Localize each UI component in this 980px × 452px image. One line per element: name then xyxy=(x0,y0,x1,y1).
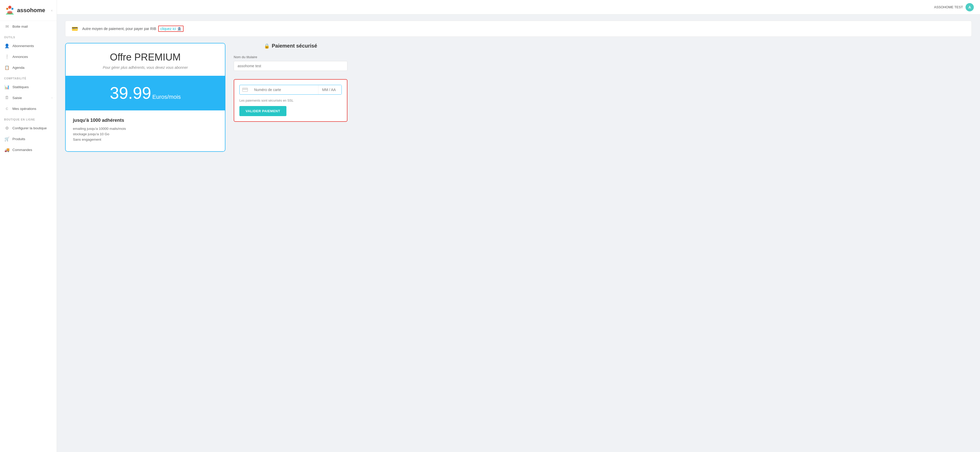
offer-card: Offre PREMIUM Pour gérer plus adhérents,… xyxy=(65,43,226,152)
rib-banner: 💳 Autre moyen de paiement, pour payer pa… xyxy=(65,21,972,37)
header-username: ASSOHOME TEST xyxy=(934,5,963,9)
card-number-input[interactable] xyxy=(250,85,318,94)
sidebar-item-label: Commandes xyxy=(13,148,52,152)
sidebar-item-label: Statitiques xyxy=(13,85,52,89)
offer-features: jusqu'à 1000 adhérents emailing jusqu'a … xyxy=(66,110,225,151)
offer-header: Offre PREMIUM Pour gérer plus adhérents,… xyxy=(66,43,225,76)
offer-feature-stockage: stockage jusqu'a 10 Go xyxy=(73,132,218,136)
svg-point-2 xyxy=(11,8,13,10)
sidebar-section-boutique: BOUTIQUE EN LIGNE xyxy=(0,114,57,123)
card-icon: 💳 xyxy=(72,25,78,32)
logo-collapse-arrow[interactable]: ‹ xyxy=(51,8,52,13)
holder-name-label: Nom du titulaire xyxy=(234,55,347,59)
offer-price: 39.99 xyxy=(110,84,151,102)
sidebar-item-saisie[interactable]: 🗓 Saisie › xyxy=(0,92,57,103)
sidebar-item-label: Saisie xyxy=(13,96,51,100)
chevron-right-icon: › xyxy=(51,96,52,100)
holder-name-field-group: Nom du titulaire xyxy=(234,55,347,75)
offer-feature-title: jusqu'à 1000 adhérents xyxy=(73,118,218,123)
sidebar-item-boite-mail[interactable]: ✉ Boite mail xyxy=(0,21,57,32)
sidebar-item-label: Agenda xyxy=(13,66,52,70)
sidebar-item-label: Annonces xyxy=(13,55,52,59)
rib-link-box: cliquez ici 🏦 xyxy=(158,25,183,32)
svg-point-1 xyxy=(6,8,8,10)
sidebar-item-mes-operations[interactable]: C Mes opérations xyxy=(0,103,57,114)
card-expiry-input[interactable] xyxy=(318,85,342,94)
payment-title: 🔒 Paiement sécurisé xyxy=(234,43,347,49)
rib-link[interactable]: cliquez ici xyxy=(160,27,176,31)
header-user: ASSOHOME TEST A xyxy=(934,3,974,11)
offer-feature-engagement: Sans engagement xyxy=(73,138,218,142)
sidebar-item-label: Abonnements xyxy=(13,44,52,48)
offer-title: Offre PREMIUM xyxy=(72,52,219,63)
sidebar-item-configurer-boutique[interactable]: ⚙ Configurer la boutique xyxy=(0,123,57,134)
truck-icon: 🚚 xyxy=(4,147,10,153)
mail-icon: ✉ xyxy=(4,24,10,29)
sidebar-item-label: Configurer la boutique xyxy=(13,126,52,130)
sidebar-section-comptabilite: COMPTABILITÉ xyxy=(0,73,57,81)
cart-icon: 🛒 xyxy=(4,136,10,142)
sidebar-section-outils: OUTILS xyxy=(0,32,57,40)
operations-icon: C xyxy=(4,106,10,111)
sidebar-item-statistiques[interactable]: 📊 Statitiques xyxy=(0,81,57,92)
svg-point-3 xyxy=(7,11,13,14)
svg-point-0 xyxy=(8,6,11,9)
ssl-note: Les paiements sont sécurisés en SSL xyxy=(239,99,342,102)
avatar[interactable]: A xyxy=(966,3,974,11)
lock-icon: 🔒 xyxy=(264,43,270,49)
validate-payment-button[interactable]: VALIDER PAIEMENT xyxy=(239,106,286,116)
sidebar-item-abonnements[interactable]: 👤 Abonnements xyxy=(0,40,57,51)
payment-form: Les paiements sont sécurisés en SSL VALI… xyxy=(234,79,347,122)
chart-icon: 📊 xyxy=(4,84,10,90)
main-area: ASSOHOME TEST A 💳 Autre moyen de paiemen… xyxy=(57,0,980,452)
sidebar-item-produits[interactable]: 🛒 Produits xyxy=(0,134,57,144)
sidebar-item-label: Mes opérations xyxy=(13,107,52,111)
card-number-row xyxy=(239,85,342,95)
sidebar-item-label: Produits xyxy=(13,137,52,141)
sidebar-item-agenda[interactable]: 📋 Agenda xyxy=(0,62,57,73)
agenda-icon: 📋 xyxy=(4,65,10,70)
offer-period: Euros/mois xyxy=(152,94,181,100)
sidebar-item-label: Boite mail xyxy=(13,25,52,29)
card-input-icon xyxy=(240,85,250,94)
svg-rect-4 xyxy=(242,88,248,92)
sidebar: assohome ‹ ✉ Boite mail OUTILS 👤 Abonnem… xyxy=(0,0,57,452)
rib-text: Autre moyen de paiement, pour payer par … xyxy=(82,25,183,32)
holder-name-input[interactable] xyxy=(234,61,347,71)
svg-rect-5 xyxy=(242,89,248,89)
bank-icon: 🏦 xyxy=(177,27,181,31)
main-row: Offre PREMIUM Pour gérer plus adhérents,… xyxy=(65,43,972,152)
offer-subtitle: Pour gérer plus adhérents, vous devez vo… xyxy=(72,65,219,70)
sidebar-item-annonces[interactable]: ❕ Annonces xyxy=(0,51,57,62)
gear-icon: ⚙ xyxy=(4,125,10,131)
offer-feature-emailing: emailing jusqu'a 10000 mails/mois xyxy=(73,127,218,131)
logo-text: assohome xyxy=(17,7,45,14)
header: ASSOHOME TEST A xyxy=(57,0,980,14)
person-icon: 👤 xyxy=(4,43,10,49)
offer-price-bar: 39.99 Euros/mois xyxy=(66,76,225,110)
calendar-icon: 🗓 xyxy=(4,95,10,100)
sidebar-item-commandes[interactable]: 🚚 Commandes xyxy=(0,144,57,155)
content-area: 💳 Autre moyen de paiement, pour payer pa… xyxy=(57,14,980,452)
sidebar-logo: assohome ‹ xyxy=(0,0,57,21)
exclamation-icon: ❕ xyxy=(4,54,10,59)
payment-panel: 🔒 Paiement sécurisé Nom du titulaire xyxy=(234,43,347,122)
logo-icon xyxy=(4,5,16,16)
